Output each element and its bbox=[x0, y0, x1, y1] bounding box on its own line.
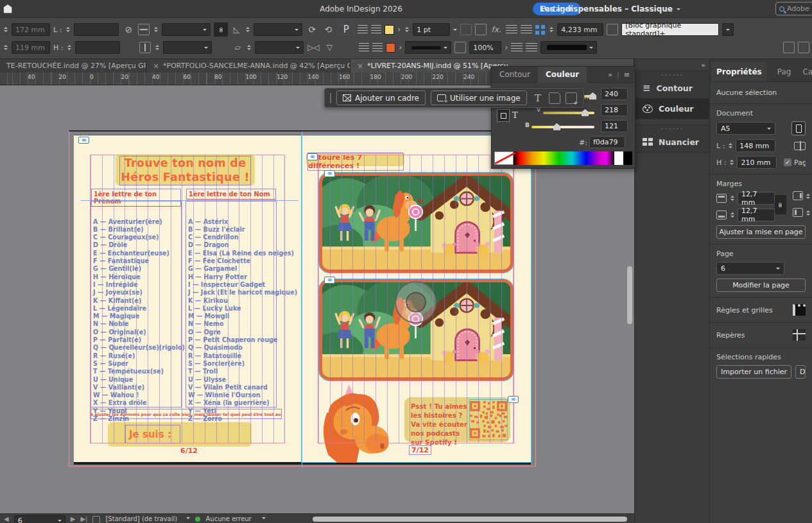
expand-panel-icon[interactable]: » bbox=[608, 71, 612, 79]
height-stepper[interactable] bbox=[66, 43, 72, 52]
tab-proprietes[interactable]: Propriétés bbox=[711, 62, 767, 81]
align-distribute-icon[interactable] bbox=[371, 25, 381, 34]
margin-top-stepper[interactable] bbox=[729, 194, 735, 203]
shear-stepper[interactable] bbox=[246, 43, 252, 52]
dock-item-couleur[interactable]: Couleur bbox=[635, 98, 709, 119]
rules-grids-section[interactable]: Règles et grilles bbox=[710, 298, 812, 323]
facing-pages-checkbox[interactable]: ✓ bbox=[784, 159, 791, 166]
type-tool-icon[interactable]: T bbox=[532, 92, 544, 104]
object-style-field[interactable]: [Bloc graphique standard]+ bbox=[621, 23, 719, 36]
y-position-field[interactable]: 119 mm bbox=[12, 41, 50, 54]
effects-icon[interactable]: fx. bbox=[490, 25, 503, 34]
stroke-weight-field[interactable]: 1 pt bbox=[413, 23, 450, 36]
export-icon[interactable] bbox=[783, 42, 795, 53]
text-wrap-icon[interactable] bbox=[521, 25, 532, 34]
text-color-icon[interactable]: T bbox=[512, 110, 518, 120]
none-swatch[interactable] bbox=[494, 151, 514, 165]
distribute-objects-icon[interactable] bbox=[526, 43, 537, 52]
horizontal-scrollbar[interactable] bbox=[313, 517, 627, 522]
col2-list[interactable]: A — AstérixB — Buzz l'éclairC — Cendrill… bbox=[186, 201, 276, 407]
blue-slider-track[interactable] bbox=[531, 126, 594, 128]
vertical-scrollbar[interactable] bbox=[627, 266, 632, 324]
gap-field[interactable]: 4,233 mm bbox=[557, 23, 603, 36]
search-input[interactable]: Adobe bbox=[775, 2, 812, 15]
more-options-icon[interactable]: ⋯ bbox=[582, 93, 594, 103]
home-icon[interactable] bbox=[3, 4, 14, 14]
note-text[interactable]: N'hésite pas à ajuster les surnoms pour … bbox=[91, 409, 281, 418]
spectrum-ramp[interactable] bbox=[514, 151, 614, 165]
opacity-field[interactable]: 100% bbox=[469, 41, 501, 54]
left-page-title[interactable]: Trouve ton nom de Héros Fantastique ! bbox=[120, 157, 250, 185]
add-frame-button[interactable]: Ajouter un cadre bbox=[336, 90, 426, 105]
je-suis-label[interactable]: Je suis : bbox=[126, 425, 180, 443]
page-size-select[interactable]: A5 bbox=[716, 122, 775, 135]
green-value-field[interactable]: 218 bbox=[601, 104, 628, 116]
scale-y-field[interactable] bbox=[163, 41, 212, 54]
link-badge[interactable]: ∞ bbox=[324, 277, 335, 284]
flip-vertical-icon[interactable]: ▽ bbox=[323, 43, 336, 52]
guides-section[interactable]: Repères bbox=[710, 323, 812, 348]
distribute-spacing-icon[interactable] bbox=[535, 25, 545, 35]
collapse-panels-icon[interactable]: « bbox=[701, 61, 705, 69]
link-badge[interactable]: ∞ bbox=[324, 170, 335, 177]
frame-icon[interactable] bbox=[475, 24, 487, 35]
share-doc-icon[interactable] bbox=[798, 42, 809, 53]
broken-link-icon[interactable]: ⊘ bbox=[122, 24, 135, 35]
black-swatch[interactable] bbox=[623, 151, 632, 165]
fill-expand-icon[interactable]: › bbox=[397, 25, 401, 34]
doc-width-field[interactable]: 148 mm bbox=[736, 139, 775, 152]
chevron-down-icon[interactable] bbox=[186, 517, 190, 521]
landscape-orientation-icon[interactable] bbox=[794, 142, 806, 150]
next-page-icon[interactable]: ▶ bbox=[71, 515, 76, 522]
text-wrap-off-icon[interactable] bbox=[506, 25, 517, 34]
margin-bottom-stepper[interactable] bbox=[729, 210, 735, 219]
shear-field[interactable] bbox=[255, 41, 304, 54]
tab-pages[interactable]: Pag bbox=[776, 62, 793, 81]
rotate-cw-icon[interactable]: ⟳ bbox=[306, 24, 318, 35]
workspace-switcher[interactable]: Les indispensables – Classique bbox=[540, 0, 680, 18]
story-editor-icon[interactable]: P bbox=[338, 24, 354, 35]
tab-calques[interactable]: Calc bbox=[801, 62, 812, 81]
drag-dots[interactable]: ∙∙∙∙∙∙ bbox=[635, 125, 709, 132]
preflight-status[interactable]: Aucune erreur bbox=[205, 515, 257, 522]
rotation-field[interactable] bbox=[254, 23, 302, 36]
guides-icon[interactable] bbox=[793, 329, 806, 341]
corner-options-icon[interactable] bbox=[460, 24, 472, 35]
rules-grids-icon[interactable] bbox=[793, 304, 806, 316]
gap-stepper[interactable] bbox=[548, 25, 554, 34]
last-page-icon[interactable]: ▶| bbox=[80, 515, 87, 522]
page-6[interactable]: Trouve ton nom de Héros Fantastique ! 1è… bbox=[74, 135, 302, 462]
annotation-circle-inner[interactable] bbox=[406, 292, 426, 313]
drag-dots[interactable]: ∙∙∙∙∙∙ bbox=[635, 71, 709, 78]
color-spectrum[interactable] bbox=[494, 151, 632, 165]
panel-menu-icon[interactable]: ≡ bbox=[624, 71, 630, 79]
portrait-orientation-button[interactable] bbox=[791, 121, 806, 135]
first-page-icon[interactable]: ◀ bbox=[4, 515, 9, 522]
close-icon[interactable]: × bbox=[357, 62, 363, 71]
tab-document-2[interactable]: × *PORTFOLIO-SANCELME-ANNA.indd @ 42% [A… bbox=[146, 59, 350, 73]
scale-x-field[interactable] bbox=[162, 23, 211, 36]
tab-document-1[interactable]: TE-RETOUCHÉE.indd @ 27% [Aperçu GPU] bbox=[0, 59, 146, 73]
tab-contour[interactable]: Contour bbox=[492, 67, 538, 83]
x-position-field[interactable]: 172 mm bbox=[12, 23, 50, 36]
preflight-profile[interactable]: [Standard] (de travail) bbox=[105, 515, 181, 522]
stroke-style-field[interactable] bbox=[405, 41, 451, 54]
constrain-proportions-toggle[interactable]: ∞ bbox=[214, 22, 228, 37]
speech-bubble[interactable]: Psst ! Tu aimes les histoires ? Va vite … bbox=[404, 397, 510, 442]
align-objects-icon[interactable] bbox=[511, 43, 523, 52]
red-value-field[interactable]: 240 bbox=[601, 88, 628, 100]
stroke-expand-icon[interactable]: › bbox=[399, 43, 402, 52]
align-bottom-icon[interactable] bbox=[359, 43, 369, 52]
chevron-down-icon[interactable] bbox=[453, 29, 457, 33]
align-center-icon[interactable] bbox=[372, 43, 383, 52]
scale-x-stepper[interactable] bbox=[153, 25, 159, 34]
scale-y-stepper[interactable] bbox=[154, 43, 160, 52]
margins-link-toggle[interactable]: ∞ bbox=[775, 195, 786, 214]
y-stepper[interactable] bbox=[3, 43, 8, 52]
margin-top-field[interactable]: 12,7 mm bbox=[738, 192, 775, 205]
link-badge[interactable]: ∞ bbox=[307, 153, 318, 160]
close-icon[interactable]: × bbox=[153, 62, 159, 71]
rotation-stepper[interactable] bbox=[245, 25, 250, 34]
adjust-layout-button[interactable]: Ajuster la mise en page bbox=[716, 225, 806, 239]
stroke-preview-field[interactable] bbox=[540, 41, 597, 54]
